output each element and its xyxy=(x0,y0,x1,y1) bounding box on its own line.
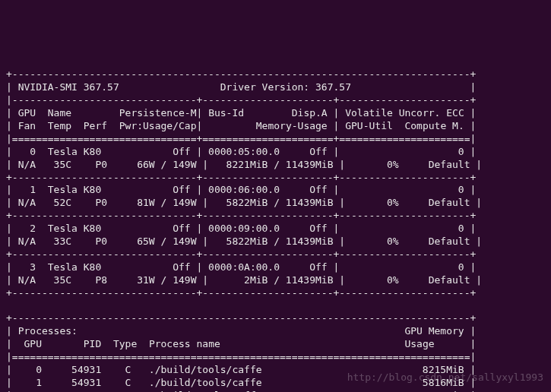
smi-version: 367.57 xyxy=(84,81,119,93)
border-gpu-end: +-------------------------------+-------… xyxy=(6,287,476,299)
proc-border-hdr: |=======================================… xyxy=(6,351,476,362)
hdr-gpu: GPU xyxy=(18,107,36,119)
hdr-uncorr: Uncorr. ECC xyxy=(399,107,464,119)
gpu-rows: | 0 Tesla K80 Off | 0000:05:00.0 Off | 0… xyxy=(6,146,482,286)
proc-title: Processes: xyxy=(18,325,78,337)
border-hdr-end: |===============================+=======… xyxy=(6,133,476,144)
hdr-perf: Perf xyxy=(84,120,107,131)
proc-h-usage: Usage xyxy=(404,338,434,349)
smi-label: NVIDIA-SMI xyxy=(18,81,78,93)
proc-h-gpu: GPU xyxy=(24,338,41,349)
nvidia-smi-output: +---------------------------------------… xyxy=(0,52,551,392)
proc-h-name: Process name xyxy=(149,338,220,349)
hdr-pwr: Pwr:Usage/Cap xyxy=(119,120,197,131)
border-sep: |-------------------------------+-------… xyxy=(6,94,476,106)
driver-version: 367.57 xyxy=(315,81,351,93)
driver-label: Driver Version: xyxy=(220,81,309,93)
hdr-bus: Bus-Id xyxy=(208,107,244,119)
proc-h-pid: PID xyxy=(84,338,101,349)
border-top: +---------------------------------------… xyxy=(6,68,476,80)
proc-mem-title: GPU Memory xyxy=(404,325,464,337)
proc-h-type: Type xyxy=(113,338,137,349)
hdr-persistence: Persistence-M xyxy=(119,107,197,119)
hdr-volatile: Volatile xyxy=(345,107,393,119)
watermark: http://blog.csdn.net/sallyxyl1993 xyxy=(347,371,543,384)
hdr-fan: Fan xyxy=(18,120,36,131)
hdr-compute: Compute M. xyxy=(404,120,464,131)
hdr-temp: Temp xyxy=(48,120,71,131)
proc-border-top: +---------------------------------------… xyxy=(6,312,476,324)
hdr-disp: Disp.A xyxy=(292,107,328,119)
hdr-memusage: Memory-Usage xyxy=(256,120,328,131)
hdr-gpuutil: GPU-Util xyxy=(345,120,393,131)
hdr-name: Name xyxy=(48,107,71,119)
